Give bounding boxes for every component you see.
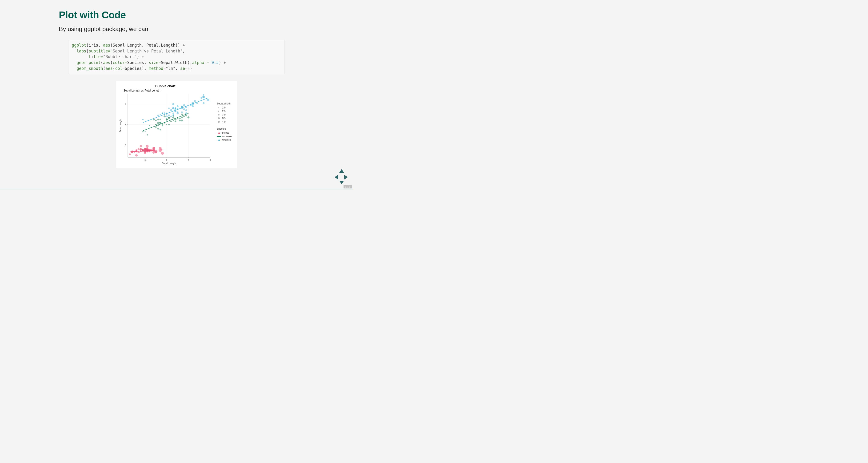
svg-point-151: [168, 115, 169, 116]
svg-point-167: [183, 104, 185, 106]
svg-point-146: [203, 96, 205, 98]
svg-point-60: [155, 151, 157, 154]
svg-point-65: [134, 152, 134, 153]
svg-point-75: [174, 119, 176, 120]
svg-point-116: [162, 124, 163, 125]
svg-text:Sepal.Length: Sepal.Length: [162, 162, 176, 165]
svg-point-109: [166, 118, 168, 120]
svg-point-95: [168, 124, 169, 126]
svg-point-38: [161, 152, 164, 155]
svg-point-111: [173, 120, 174, 121]
svg-point-101: [181, 114, 183, 115]
svg-point-128: [177, 105, 178, 107]
svg-text:6: 6: [125, 103, 126, 105]
svg-point-129: [200, 97, 202, 99]
svg-point-54: [140, 148, 142, 150]
svg-point-104: [155, 126, 156, 127]
svg-point-86: [166, 124, 167, 125]
svg-point-115: [168, 118, 169, 119]
svg-point-166: [162, 113, 163, 114]
chart-title: Bubble chart: [118, 84, 213, 88]
svg-text:Petal.Length: Petal.Length: [119, 119, 122, 132]
footer-accent: [0, 189, 353, 189]
svg-point-78: [177, 118, 178, 119]
svg-point-81: [142, 131, 144, 132]
svg-point-70: [146, 148, 149, 151]
svg-point-170: [173, 114, 174, 115]
nav-up-icon[interactable]: [339, 169, 344, 173]
chart-box: Bubble chart Sepal Length vs Petal Lengt…: [116, 81, 237, 168]
svg-point-46: [135, 154, 137, 156]
svg-point-171: [177, 112, 178, 113]
svg-point-67: [144, 148, 146, 151]
svg-text:8: 8: [209, 159, 211, 161]
svg-point-150: [170, 116, 172, 117]
svg-point-74: [187, 117, 189, 118]
svg-point-44: [153, 147, 155, 149]
svg-point-73: [144, 150, 146, 152]
svg-point-153: [192, 105, 193, 107]
svg-point-105: [155, 127, 156, 128]
svg-point-160: [172, 107, 174, 110]
svg-point-89: [181, 120, 183, 122]
svg-point-131: [194, 100, 196, 102]
svg-point-82: [179, 118, 181, 119]
slide: Plot with Code By using ggplot package, …: [0, 0, 353, 189]
svg-point-145: [157, 115, 159, 116]
chart-legend: Sepal.Width2.02.53.03.54.0Speciessetosav…: [217, 102, 232, 142]
svg-point-143: [166, 114, 167, 115]
svg-point-154: [196, 102, 198, 104]
svg-text:2: 2: [125, 144, 126, 146]
svg-point-137: [159, 114, 161, 115]
svg-point-169: [181, 112, 183, 113]
svg-point-48: [140, 145, 142, 147]
svg-point-42: [159, 147, 161, 150]
svg-point-162: [166, 116, 167, 117]
svg-point-118: [157, 122, 159, 123]
svg-point-130: [142, 119, 143, 120]
svg-point-122: [147, 134, 148, 135]
svg-point-68: [146, 145, 149, 148]
nav-down-icon[interactable]: [339, 181, 344, 184]
nav-left-icon[interactable]: [335, 175, 338, 180]
svg-point-172: [170, 109, 172, 111]
svg-point-136: [183, 109, 185, 110]
scatter-plot: 5678246Sepal.LengthPetal.Length: [118, 93, 213, 166]
svg-point-53: [138, 148, 140, 150]
svg-point-117: [145, 131, 146, 132]
page-number[interactable]: 3 . 6: [344, 185, 352, 188]
svg-point-26: [138, 151, 140, 153]
code-block: ggplot(iris, aes(Sepal.Length, Petal.Len…: [68, 40, 285, 74]
svg-point-80: [172, 117, 174, 119]
svg-point-100: [183, 116, 185, 117]
svg-point-37: [129, 153, 131, 155]
svg-point-83: [149, 125, 150, 126]
svg-point-79: [159, 119, 161, 120]
svg-point-159: [203, 102, 204, 104]
svg-text:5: 5: [145, 159, 146, 161]
svg-point-124: [172, 103, 174, 105]
svg-point-121: [170, 121, 172, 122]
slide-body-text: By using ggplot package, we can: [59, 25, 294, 33]
svg-point-158: [168, 107, 169, 109]
svg-text:4: 4: [125, 124, 126, 126]
svg-point-98: [175, 121, 176, 122]
svg-point-76: [185, 115, 187, 117]
svg-point-142: [203, 94, 204, 96]
svg-text:6: 6: [166, 159, 167, 161]
slide-nav: [334, 169, 349, 184]
svg-point-90: [157, 119, 159, 120]
svg-point-110: [181, 117, 183, 118]
svg-text:7: 7: [188, 159, 189, 161]
svg-point-155: [207, 99, 209, 101]
svg-point-88: [157, 128, 159, 130]
svg-point-113: [155, 124, 156, 125]
svg-point-103: [159, 129, 161, 130]
svg-point-114: [155, 120, 157, 121]
svg-point-99: [179, 120, 181, 121]
nav-right-icon[interactable]: [344, 175, 348, 180]
slide-title: Plot with Code: [59, 9, 294, 21]
svg-point-163: [185, 110, 187, 111]
chart-area: Bubble chart Sepal Length vs Petal Lengt…: [59, 81, 294, 168]
plot-column: Bubble chart Sepal Length vs Petal Lengt…: [118, 83, 213, 166]
